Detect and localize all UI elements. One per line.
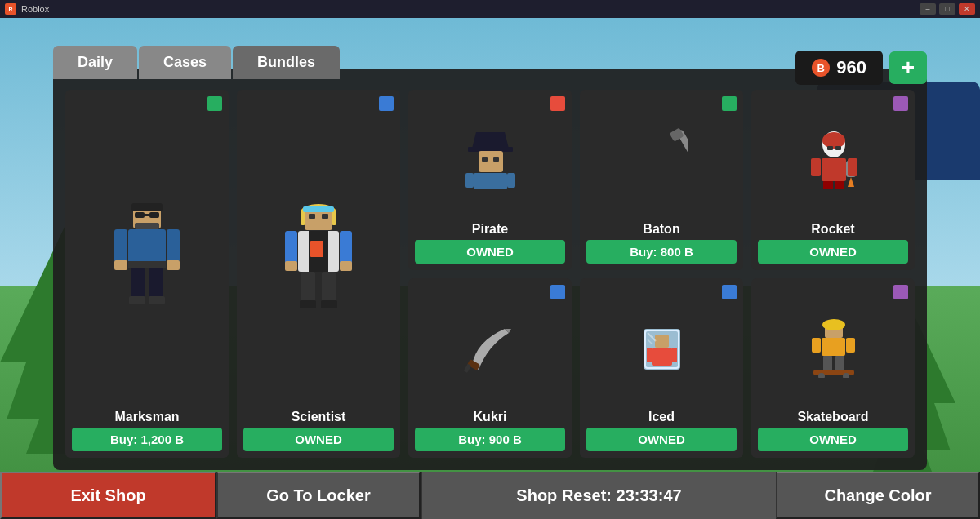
marksman-character-svg — [110, 200, 184, 306]
svg-rect-62 — [652, 348, 672, 366]
minimize-button[interactable]: – — [920, 3, 936, 15]
item-kukri[interactable]: Kukri Buy: 900 B — [408, 278, 572, 459]
svg-rect-72 — [823, 356, 832, 370]
titlebar-title: Roblox — [21, 4, 920, 14]
svg-point-68 — [822, 319, 845, 330]
svg-rect-35 — [321, 300, 337, 308]
svg-rect-11 — [114, 260, 127, 270]
svg-rect-43 — [507, 173, 515, 188]
kukri-status: Buy: 900 B — [415, 428, 565, 451]
svg-rect-63 — [647, 348, 652, 362]
baton-status: Buy: 800 B — [586, 240, 737, 264]
svg-rect-30 — [340, 231, 352, 265]
svg-rect-40 — [493, 157, 499, 162]
marksman-status: Buy: 1,200 B — [72, 428, 222, 451]
skateboard-status: OWNED — [758, 428, 908, 451]
pirate-color-dot — [550, 96, 565, 111]
tab-cases[interactable]: Cases — [139, 46, 231, 79]
iced-status: OWNED — [586, 428, 737, 451]
items-grid: Marksman Buy: 1,200 B — [65, 90, 915, 458]
svg-rect-27 — [310, 241, 323, 257]
marksman-image — [72, 96, 222, 410]
shop-panel: Marksman Buy: 1,200 B — [53, 69, 927, 470]
svg-rect-54 — [848, 158, 858, 176]
item-baton[interactable]: Baton Buy: 800 B — [580, 90, 743, 270]
svg-rect-49 — [835, 146, 841, 150]
skateboard-color-dot — [893, 285, 908, 299]
svg-rect-31 — [340, 261, 352, 271]
iced-name: Iced — [648, 410, 675, 424]
skateboard-character-svg — [807, 317, 860, 378]
item-skateboard[interactable]: Skateboard OWNED — [751, 278, 915, 459]
baton-color-dot — [722, 96, 737, 111]
svg-rect-39 — [482, 157, 488, 162]
restore-button[interactable]: □ — [939, 3, 956, 15]
scientist-status: OWNED — [243, 428, 394, 451]
kukri-svg — [464, 317, 517, 378]
roblox-icon: R — [5, 3, 16, 15]
svg-rect-3 — [135, 212, 145, 218]
rocket-image — [758, 96, 908, 222]
baton-name: Baton — [643, 222, 679, 237]
svg-rect-55 — [823, 181, 833, 189]
rocket-color-dot — [893, 96, 908, 111]
currency-amount: 960 — [836, 57, 866, 78]
skateboard-name: Skateboard — [797, 410, 868, 424]
marksman-name: Marksman — [114, 410, 179, 424]
item-rocket[interactable]: Rocket OWNED — [751, 90, 915, 270]
go-to-locker-button[interactable]: Go To Locker — [216, 472, 421, 519]
item-scientist[interactable]: Scientist OWNED — [237, 90, 400, 458]
svg-rect-70 — [812, 338, 821, 353]
svg-rect-10 — [114, 229, 127, 262]
tab-daily[interactable]: Daily — [53, 46, 137, 79]
svg-rect-29 — [285, 261, 297, 271]
change-color-button[interactable]: Change Color — [776, 472, 980, 519]
svg-rect-23 — [322, 214, 328, 219]
tab-bundles[interactable]: Bundles — [233, 46, 340, 79]
svg-rect-41 — [474, 173, 507, 189]
svg-rect-8 — [128, 229, 166, 266]
svg-rect-6 — [131, 203, 163, 211]
svg-rect-9 — [128, 261, 166, 268]
pirate-image — [415, 96, 565, 222]
svg-marker-36 — [472, 132, 509, 149]
svg-rect-69 — [822, 338, 845, 356]
tab-bar: Daily Cases Bundles — [53, 46, 340, 79]
currency-icon: B — [812, 59, 830, 77]
add-currency-button[interactable]: + — [889, 51, 927, 84]
item-marksman[interactable]: Marksman Buy: 1,200 B — [65, 90, 229, 458]
svg-rect-38 — [479, 151, 503, 172]
svg-rect-71 — [846, 338, 855, 353]
item-iced[interactable]: Iced OWNED — [580, 278, 743, 459]
baton-svg — [635, 128, 688, 189]
svg-rect-42 — [466, 173, 474, 188]
svg-rect-73 — [835, 356, 844, 370]
skateboard-image — [758, 285, 908, 410]
kukri-name: Kukri — [474, 410, 507, 424]
svg-rect-7 — [135, 223, 159, 229]
rocket-status: OWNED — [758, 240, 908, 264]
svg-rect-28 — [285, 231, 297, 265]
rocket-character-svg — [807, 128, 860, 189]
iced-color-dot — [722, 285, 737, 299]
iced-image — [586, 285, 737, 410]
exit-shop-button[interactable]: Exit Shop — [0, 472, 216, 519]
svg-rect-61 — [655, 335, 669, 348]
shop-reset-timer: Shop Reset: 23:33:47 — [421, 472, 776, 519]
svg-rect-50 — [822, 158, 846, 181]
window-controls: – □ ✕ — [920, 3, 975, 15]
item-pirate[interactable]: Pirate OWNED — [408, 90, 572, 270]
svg-rect-12 — [167, 229, 180, 262]
scientist-character-svg — [282, 196, 355, 310]
svg-rect-56 — [835, 181, 844, 189]
svg-marker-52 — [848, 177, 854, 187]
scientist-image — [243, 96, 394, 410]
svg-rect-48 — [827, 146, 833, 150]
close-button[interactable]: ✕ — [959, 3, 975, 15]
pirate-character-svg — [464, 128, 517, 189]
baton-image — [586, 96, 737, 222]
svg-rect-64 — [672, 348, 677, 362]
titlebar: R Roblox – □ ✕ — [0, 0, 980, 18]
pirate-status: OWNED — [415, 240, 565, 264]
currency-display: B 960 — [795, 51, 883, 85]
